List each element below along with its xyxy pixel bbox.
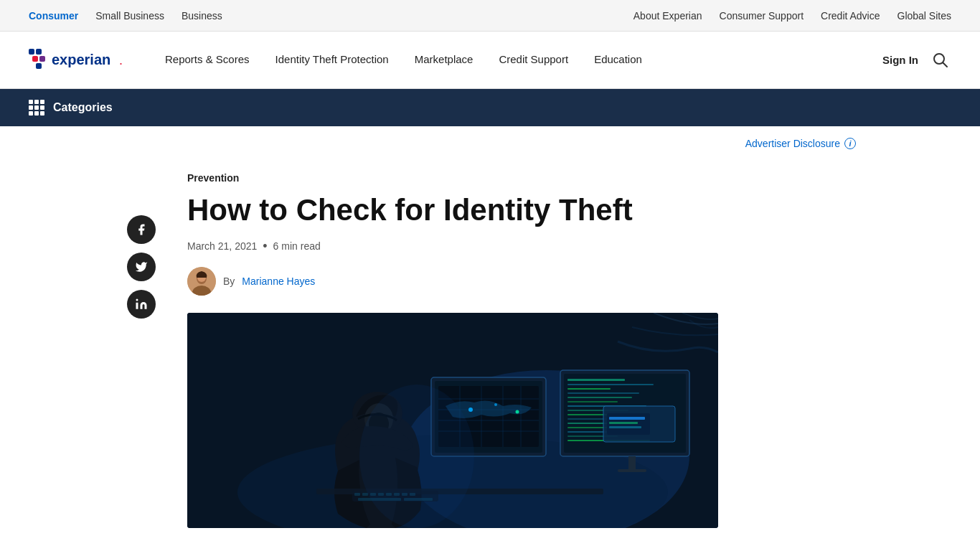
nav-education[interactable]: Education xyxy=(581,32,655,89)
twitter-share-button[interactable] xyxy=(127,253,156,281)
article-date: March 21, 2021 xyxy=(187,240,257,252)
utility-nav-credit-advice[interactable]: Credit Advice xyxy=(821,10,880,22)
svg-rect-53 xyxy=(628,456,636,471)
nav-identity-theft[interactable]: Identity Theft Protection xyxy=(263,32,402,89)
meta-separator: • xyxy=(263,240,267,253)
svg-point-50 xyxy=(468,408,473,412)
svg-rect-20 xyxy=(567,384,654,385)
author-name-link[interactable]: Marianne Hayes xyxy=(242,276,315,287)
svg-rect-61 xyxy=(362,493,368,496)
utility-nav-global-sites[interactable]: Global Sites xyxy=(897,10,951,22)
twitter-icon xyxy=(135,260,148,273)
categories-bar[interactable]: Categories xyxy=(0,89,980,126)
linkedin-icon xyxy=(135,298,148,311)
content-area: Advertiser Disclosure i xyxy=(95,126,885,528)
svg-rect-19 xyxy=(567,379,625,381)
utility-nav-consumer[interactable]: Consumer xyxy=(29,10,78,22)
logo-area[interactable]: experian . xyxy=(29,46,129,75)
search-button[interactable] xyxy=(930,50,951,71)
article-hero-image xyxy=(187,313,718,528)
article-meta: March 21, 2021 • 6 min read xyxy=(187,240,856,253)
svg-rect-0 xyxy=(29,49,34,55)
svg-rect-21 xyxy=(567,388,611,390)
categories-grid-icon xyxy=(29,100,44,116)
facebook-share-button[interactable] xyxy=(127,215,156,244)
linkedin-share-button[interactable] xyxy=(127,290,156,319)
nav-marketplace[interactable]: Marketplace xyxy=(402,32,486,89)
svg-text:experian: experian xyxy=(52,52,110,67)
author-row: By Marianne Hayes xyxy=(187,267,856,296)
svg-rect-4 xyxy=(36,63,42,69)
article-title: How to Check for Identity Theft xyxy=(187,192,856,228)
facebook-icon xyxy=(135,223,148,236)
svg-text:.: . xyxy=(119,53,123,67)
sign-in-button[interactable]: Sign In xyxy=(882,54,918,66)
svg-rect-1 xyxy=(36,49,42,55)
svg-point-70 xyxy=(359,385,474,528)
utility-nav-about[interactable]: About Experian xyxy=(633,10,702,22)
social-sidebar xyxy=(124,172,159,528)
svg-rect-3 xyxy=(39,56,45,62)
svg-rect-60 xyxy=(354,493,360,496)
utility-nav-consumer-support[interactable]: Consumer Support xyxy=(720,10,804,22)
author-avatar-img xyxy=(187,267,216,296)
experian-logo: experian . xyxy=(29,46,129,75)
advertiser-disclosure-text: Advertiser Disclosure xyxy=(745,138,840,149)
author-by-label: By xyxy=(223,276,235,287)
utility-bar: Consumer Small Business Business About E… xyxy=(0,0,980,32)
nav-credit-support[interactable]: Credit Support xyxy=(486,32,581,89)
svg-point-52 xyxy=(516,410,519,414)
search-icon xyxy=(933,52,948,68)
nav-right: Sign In xyxy=(882,50,951,71)
svg-rect-37 xyxy=(609,422,638,424)
utility-nav-small-business[interactable]: Small Business xyxy=(95,10,164,22)
svg-point-9 xyxy=(136,299,138,301)
svg-rect-22 xyxy=(567,392,639,394)
svg-line-8 xyxy=(943,62,948,67)
utility-bar-left: Consumer Small Business Business xyxy=(29,10,222,22)
svg-point-51 xyxy=(494,403,497,406)
hero-image-scene xyxy=(187,313,718,528)
svg-rect-2 xyxy=(32,56,38,62)
utility-nav-business[interactable]: Business xyxy=(182,10,222,22)
main-nav: experian . Reports & Scores Identity The… xyxy=(0,32,980,89)
svg-rect-24 xyxy=(567,401,618,402)
utility-bar-right: About Experian Consumer Support Credit A… xyxy=(633,10,951,22)
main-nav-links: Reports & Scores Identity Theft Protecti… xyxy=(152,32,882,89)
svg-rect-38 xyxy=(609,426,641,428)
svg-rect-23 xyxy=(567,397,632,398)
advertiser-disclosure[interactable]: Advertiser Disclosure i xyxy=(124,126,856,155)
author-avatar xyxy=(187,267,216,296)
hacker-illustration xyxy=(187,313,718,528)
article-layout: Prevention How to Check for Identity The… xyxy=(124,155,856,528)
article-content: Prevention How to Check for Identity The… xyxy=(187,172,856,528)
info-icon: i xyxy=(844,138,856,149)
article-read-time: 6 min read xyxy=(273,240,321,252)
categories-label[interactable]: Categories xyxy=(53,101,113,114)
svg-rect-54 xyxy=(618,469,646,472)
nav-reports-scores[interactable]: Reports & Scores xyxy=(152,32,263,89)
article-category: Prevention xyxy=(187,172,856,184)
svg-rect-36 xyxy=(609,417,645,420)
